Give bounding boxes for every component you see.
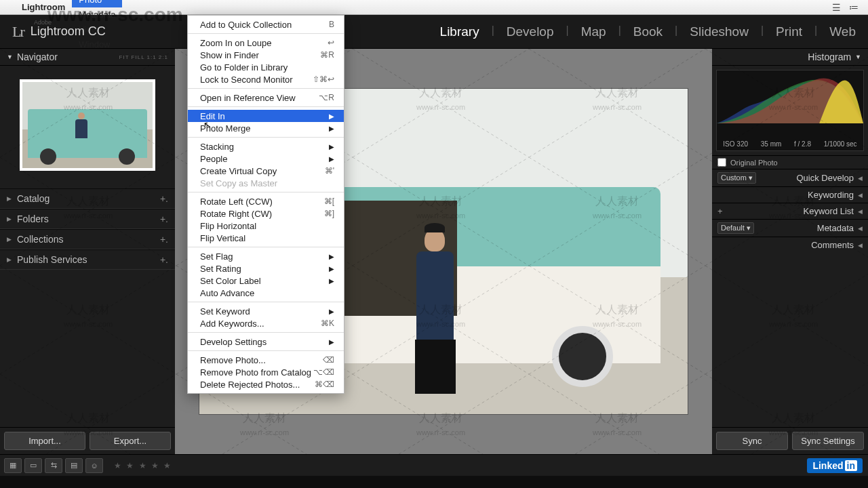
quick-develop-header[interactable]: Custom ▾ Quick Develop ◀ xyxy=(712,169,868,186)
menuitem-develop-settings[interactable]: Develop Settings▶ xyxy=(188,336,344,348)
menuitem-go-to-folder-in-library[interactable]: Go to Folder in Library xyxy=(188,61,344,73)
menuitem-flip-horizontal[interactable]: Flip Horizontal xyxy=(188,220,344,232)
section-publish-services[interactable]: ▶Publish Services+. xyxy=(0,249,175,270)
menuitem-zoom-in-on-loupe[interactable]: Zoom In on Loupe↩ xyxy=(188,37,344,49)
menuitem-people[interactable]: People▶ xyxy=(188,152,344,165)
export-button[interactable]: Export... xyxy=(90,432,171,450)
menuitem-open-in-reference-view[interactable]: Open in Reference View⌥R xyxy=(188,92,344,104)
people-view-icon[interactable]: ☺ xyxy=(85,458,103,473)
menuitem-remove-photo-from-catalog[interactable]: Remove Photo from Catalog⌥⌫ xyxy=(188,366,344,378)
keywording-header[interactable]: Keywording◀ xyxy=(712,186,868,203)
menubar-app-name[interactable]: Lightroom xyxy=(15,2,72,12)
menuitem-set-flag[interactable]: Set Flag▶ xyxy=(188,250,344,262)
menuitem-create-virtual-copy[interactable]: Create Virtual Copy⌘' xyxy=(188,165,344,177)
menuitem-set-copy-as-master: Set Copy as Master xyxy=(188,177,344,189)
menuitem-set-rating[interactable]: Set Rating▶ xyxy=(188,262,344,274)
app-name: Lightroom CC xyxy=(31,24,106,39)
module-library[interactable]: Library xyxy=(440,24,479,39)
menu-metadata[interactable]: Metadata xyxy=(72,7,122,22)
original-photo-label: Original Photo xyxy=(730,159,778,167)
keyword-list-header[interactable]: + Keyword List◀ xyxy=(712,203,868,219)
section-collections[interactable]: ▶Collections+. xyxy=(0,229,175,249)
rating-stars[interactable]: ★ ★ ★ ★ ★ xyxy=(114,461,172,470)
menuitem-add-to-quick-collection[interactable]: Add to Quick CollectionB xyxy=(188,18,344,30)
module-develop[interactable]: Develop xyxy=(507,24,554,39)
add-keyword-icon[interactable]: + xyxy=(717,206,723,216)
menuitem-auto-advance[interactable]: Auto Advance xyxy=(188,287,344,299)
comments-header[interactable]: Comments◀ xyxy=(712,237,868,253)
histogram-header[interactable]: Histogram ▼ xyxy=(712,49,868,66)
app-logo: Lr xyxy=(12,23,24,41)
adobe-label: Adobe xyxy=(34,19,52,26)
navigator-header[interactable]: ▼ Navigator FIT FILL 1:1 2:1 xyxy=(0,49,175,66)
section-folders[interactable]: ▶Folders+. xyxy=(0,209,175,229)
filmstrip[interactable] xyxy=(0,476,868,488)
menuitem-lock-to-second-monitor[interactable]: Lock to Second Monitor⇧⌘↩ xyxy=(188,73,344,85)
navigator-zoom-opts[interactable]: FIT FILL 1:1 2:1 xyxy=(119,54,168,60)
menuitem-set-color-label[interactable]: Set Color Label▶ xyxy=(188,274,344,287)
macos-menubar: Lightroom FileEditLibraryPhotoMetadataVi… xyxy=(0,0,868,15)
original-photo-row[interactable]: Original Photo xyxy=(712,155,868,169)
disclosure-icon: ▼ xyxy=(855,54,861,60)
menuitem-remove-photo-[interactable]: Remove Photo...⌫ xyxy=(188,354,344,366)
linkedin-badge: Linkedin xyxy=(807,458,863,473)
histogram-label: Histogram xyxy=(808,52,851,62)
metadata-header[interactable]: Default ▾ Metadata◀ xyxy=(712,219,868,237)
original-photo-checkbox[interactable] xyxy=(717,158,726,167)
module-slideshow[interactable]: Slideshow xyxy=(690,24,749,39)
menuitem-show-in-finder[interactable]: Show in Finder⌘R xyxy=(188,49,344,61)
navigator-preview[interactable] xyxy=(0,66,175,188)
toolbar: ▦ ▭ ⇆ ▤ ☺ ★ ★ ★ ★ ★ ▾ xyxy=(0,454,868,476)
survey-view-icon[interactable]: ▤ xyxy=(65,458,83,473)
right-panel: Histogram ▼ ISO 320 35 mm f / 2.8 1/1000… xyxy=(712,49,868,454)
grid-view-icon[interactable]: ▦ xyxy=(4,458,22,473)
histo-aperture: f / 2.8 xyxy=(794,140,811,148)
loupe-view-icon[interactable]: ▭ xyxy=(24,458,42,473)
histo-iso: ISO 320 xyxy=(723,140,748,148)
quickdev-preset-select[interactable]: Custom ▾ xyxy=(717,172,756,184)
compare-view-icon[interactable]: ⇆ xyxy=(45,458,62,473)
menuitem-flip-vertical[interactable]: Flip Vertical xyxy=(188,232,344,244)
menuitem-delete-rejected-photos-[interactable]: Delete Rejected Photos...⌘⌫ xyxy=(188,378,344,390)
menu-photo[interactable]: Photo xyxy=(72,0,122,7)
module-web[interactable]: Web xyxy=(829,24,856,39)
cursor-icon: ↖ xyxy=(203,119,213,131)
identity-bar: Lr Lightroom CC Adobe Library|Develop|Ma… xyxy=(0,15,868,49)
navigator-label: Navigator xyxy=(17,52,58,62)
menuitem-stacking[interactable]: Stacking▶ xyxy=(188,140,344,152)
menuitem-edit-in[interactable]: Edit In▶ xyxy=(188,110,344,122)
module-book[interactable]: Book xyxy=(633,24,663,39)
module-map[interactable]: Map xyxy=(581,24,606,39)
sync-button[interactable]: Sync xyxy=(716,432,788,450)
menuitem-set-keyword[interactable]: Set Keyword▶ xyxy=(188,305,344,317)
menuitem-rotate-right-cw-[interactable]: Rotate Right (CW)⌘] xyxy=(188,207,344,220)
left-panel: ▼ Navigator FIT FILL 1:1 2:1 ▶Catalog+.▶… xyxy=(0,49,175,454)
import-button[interactable]: Import... xyxy=(4,432,85,450)
metadata-preset-select[interactable]: Default ▾ xyxy=(717,222,754,234)
sync-settings-button[interactable]: Sync Settings xyxy=(792,432,864,450)
histogram[interactable]: ISO 320 35 mm f / 2.8 1/1000 sec xyxy=(716,70,864,151)
menuitem-rotate-left-ccw-[interactable]: Rotate Left (CCW)⌘[ xyxy=(188,195,344,207)
menubar-right-icons[interactable]: ☰≔ xyxy=(828,2,863,13)
menuitem-add-keywords-[interactable]: Add Keywords...⌘K xyxy=(188,317,344,329)
section-catalog[interactable]: ▶Catalog+. xyxy=(0,188,175,209)
histo-focal: 35 mm xyxy=(761,140,782,148)
disclosure-icon: ▼ xyxy=(7,54,13,60)
module-picker: Library|Develop|Map|Book|Slideshow|Print… xyxy=(440,24,856,39)
module-print[interactable]: Print xyxy=(776,24,802,39)
photo-menu-dropdown: Add to Quick CollectionBZoom In on Loupe… xyxy=(187,15,344,394)
histo-shutter: 1/1000 sec xyxy=(824,140,857,148)
